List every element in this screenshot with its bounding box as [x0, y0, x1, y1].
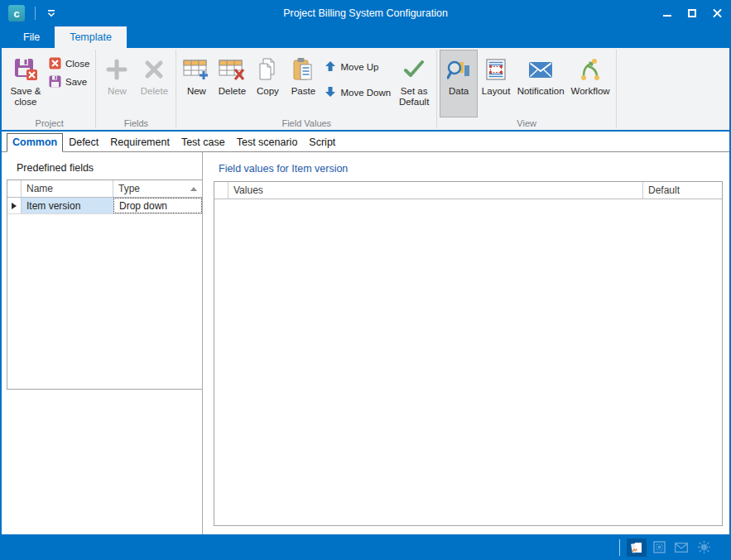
statusbar-notification-view-button[interactable] — [671, 538, 691, 557]
move-buttons: Move Up Move Down — [321, 58, 394, 102]
predefined-fields-grid[interactable]: Name Type Item version Drop down — [7, 179, 203, 390]
statusbar-data-view-button[interactable] — [627, 538, 647, 557]
window-controls — [655, 0, 729, 26]
tab-requirement[interactable]: Requirement — [104, 134, 176, 151]
field-values-title: Field values for Item version — [219, 163, 729, 175]
copy-icon — [257, 55, 278, 84]
row-indicator-header — [214, 182, 228, 199]
notification-view-icon — [528, 55, 553, 84]
move-up-icon — [325, 60, 336, 74]
tab-test-case[interactable]: Test case — [176, 134, 231, 151]
ribbon-group-project: Save & close Close Save Project — [3, 48, 95, 130]
delete-value-button[interactable]: Delete — [214, 50, 250, 117]
paste-icon — [292, 55, 314, 84]
close-icon — [712, 8, 723, 19]
group-label-project: Project — [3, 118, 95, 128]
set-as-default-icon — [402, 55, 426, 84]
tab-template[interactable]: Template — [55, 26, 127, 48]
save-and-close-button[interactable]: Save & close — [6, 50, 46, 117]
new-field-button: New — [99, 50, 135, 117]
row-indicator-cell — [7, 198, 22, 213]
minimize-icon — [663, 15, 671, 17]
group-label-view: View — [437, 118, 616, 128]
title-bar: c Project Billing System Configuration — [2, 0, 729, 26]
statusbar-layout-view-button[interactable] — [649, 538, 669, 557]
data-view-icon — [447, 55, 470, 84]
tab-common[interactable]: Common — [7, 133, 63, 152]
sort-ascending-icon — [190, 187, 197, 191]
app-logo-icon[interactable]: c — [8, 5, 25, 22]
maximize-button[interactable] — [680, 0, 705, 26]
move-up-button[interactable]: Move Up — [321, 58, 394, 76]
delete-field-icon — [143, 55, 165, 84]
predefined-fields-title: Predefined fields — [17, 162, 202, 174]
save-button[interactable]: Save — [46, 73, 93, 91]
maximize-icon — [688, 9, 696, 17]
cell-type[interactable]: Drop down — [113, 198, 202, 213]
panels: Predefined fields Name Type Item version — [2, 152, 729, 534]
workflow-view-icon — [579, 55, 602, 84]
tab-script[interactable]: Script — [303, 134, 341, 151]
grid-empty-area — [214, 199, 722, 525]
row-indicator-header — [7, 180, 22, 197]
current-row-arrow-icon — [12, 203, 17, 209]
field-values-panel: Field values for Item version Values Def… — [203, 152, 729, 534]
move-down-icon — [325, 86, 336, 99]
grid-header: Name Type — [7, 180, 202, 198]
titlebar-separator — [35, 7, 36, 20]
statusbar-separator — [619, 539, 620, 556]
ribbon-group-field-values: New Delete — [176, 48, 436, 130]
cell-name[interactable]: Item version — [22, 198, 113, 213]
workflow-view-button[interactable]: Workflow — [567, 50, 613, 117]
tab-file[interactable]: File — [8, 26, 55, 48]
move-down-button[interactable]: Move Down — [321, 84, 394, 102]
section-tab-strip: Common Defect Requirement Test case Test… — [2, 132, 729, 152]
layout-view-icon — [485, 55, 507, 84]
field-values-grid[interactable]: Values Default — [214, 181, 723, 526]
project-small-buttons: Close Save — [46, 55, 93, 91]
window-title: Project Billing System Configuration — [2, 7, 729, 19]
workflow-icon — [697, 540, 711, 554]
notification-view-button[interactable]: Notification — [514, 50, 567, 117]
data-view-button[interactable]: Data — [440, 50, 478, 117]
copy-button[interactable]: Copy — [250, 50, 285, 117]
save-icon — [49, 75, 61, 89]
ribbon-separator — [616, 50, 617, 128]
new-value-icon — [183, 55, 209, 84]
paste-button[interactable]: Paste — [285, 50, 321, 117]
new-field-icon — [106, 55, 127, 84]
tab-defect[interactable]: Defect — [63, 134, 104, 151]
main-content: Common Defect Requirement Test case Test… — [2, 132, 729, 534]
column-header-name[interactable]: Name — [22, 180, 113, 197]
close-project-button[interactable]: Close — [46, 55, 93, 73]
layout-view-button[interactable]: Layout — [478, 50, 514, 117]
pages-icon — [630, 541, 643, 554]
app-window: c Project Billing System Configuration F… — [0, 0, 731, 560]
delete-value-icon — [219, 55, 245, 84]
ribbon: Save & close Close Save Project — [2, 48, 729, 132]
ribbon-tab-row: File Template — [2, 26, 729, 48]
delete-field-button: Delete — [135, 50, 173, 117]
group-label-field-values: Field Values — [176, 118, 436, 128]
close-button[interactable] — [705, 0, 729, 26]
statusbar-workflow-view-button[interactable] — [694, 538, 714, 557]
grid-header: Values Default — [214, 182, 722, 199]
ribbon-group-fields: New Delete Fields — [96, 48, 176, 130]
column-header-values[interactable]: Values — [228, 182, 643, 199]
new-value-button[interactable]: New — [179, 50, 214, 117]
column-header-default[interactable]: Default — [643, 182, 722, 199]
set-as-default-button[interactable]: Set as Default — [394, 50, 434, 117]
column-header-type[interactable]: Type — [113, 180, 202, 197]
minimize-button[interactable] — [655, 0, 680, 26]
layout-icon — [653, 541, 666, 553]
tab-test-scenario[interactable]: Test scenario — [231, 134, 304, 151]
group-label-fields: Fields — [96, 118, 176, 128]
status-bar — [2, 534, 729, 560]
envelope-icon — [675, 543, 688, 553]
close-project-icon — [49, 57, 61, 71]
table-row[interactable]: Item version Drop down — [7, 198, 202, 214]
save-and-close-icon — [13, 55, 38, 84]
quick-access-dropdown-icon[interactable] — [47, 10, 55, 17]
predefined-fields-panel: Predefined fields Name Type Item version — [2, 152, 202, 534]
ribbon-group-view: Data Layout — [437, 48, 616, 130]
